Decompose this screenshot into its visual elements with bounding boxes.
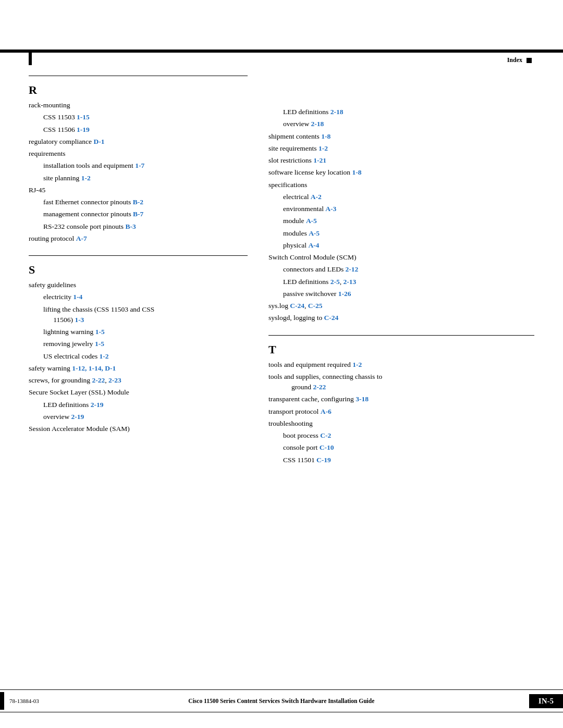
entry-safety-warning: safety warning 1-12, 1-14, D-1 bbox=[29, 364, 116, 372]
entry-scm-led: LED definitions 2-5, 2-13 bbox=[268, 278, 356, 286]
entry-tools-supplies: tools and supplies, connecting chassis t… bbox=[268, 373, 382, 391]
link-regulatory[interactable]: D-1 bbox=[93, 138, 104, 145]
list-item: screws, for grounding 2-22, 2-23 bbox=[29, 375, 248, 386]
link-spec-module[interactable]: A-5 bbox=[306, 217, 317, 225]
entry-spec-modules: modules A-5 bbox=[268, 229, 320, 237]
list-item: regulatory compliance D-1 bbox=[29, 137, 248, 147]
link-install-tools[interactable]: 1-7 bbox=[135, 162, 144, 169]
entry-specifications: specifications bbox=[268, 181, 307, 189]
list-item: Session Accelerator Module (SAM) bbox=[29, 424, 248, 434]
top-left-accent bbox=[29, 50, 32, 65]
entry-transparent-cache: transparent cache, configuring 3-18 bbox=[268, 395, 369, 403]
entry-screws: screws, for grounding 2-22, 2-23 bbox=[29, 376, 121, 384]
list-item: CSS 11506 1-19 bbox=[29, 125, 248, 135]
entry-shipment: shipment contents 1-8 bbox=[268, 132, 331, 140]
link-site-planning[interactable]: 1-2 bbox=[81, 174, 91, 182]
s-divider bbox=[29, 255, 248, 256]
list-item: management connector pinouts B-7 bbox=[29, 209, 248, 219]
link-spec-physical[interactable]: A-4 bbox=[308, 241, 319, 249]
link-shipment[interactable]: 1-8 bbox=[321, 132, 331, 140]
link-scm-led2[interactable]: 2-13 bbox=[344, 278, 357, 286]
link-routing-protocol[interactable]: A-7 bbox=[76, 235, 87, 242]
list-item: routing protocol A-7 bbox=[29, 233, 248, 244]
link-syslog[interactable]: C-24 bbox=[290, 302, 304, 310]
entry-syslog: sys.log C-24, C-25 bbox=[268, 302, 323, 310]
link-sam-overview[interactable]: 2-18 bbox=[311, 120, 324, 128]
link-slot-restrict[interactable]: 1-21 bbox=[313, 156, 326, 164]
link-lifting[interactable]: 1-3 bbox=[75, 316, 84, 324]
link-css11506[interactable]: 1-19 bbox=[77, 126, 90, 133]
entry-jewelry: removing jewelry 1-5 bbox=[29, 340, 104, 348]
link-transport-protocol[interactable]: A-6 bbox=[321, 408, 332, 415]
entry-rj45: RJ-45 bbox=[29, 186, 45, 194]
entry-safety-guidelines: safety guidelines bbox=[29, 281, 76, 289]
list-item: LED definitions 2-5, 2-13 bbox=[268, 277, 534, 287]
link-sam-led[interactable]: 2-18 bbox=[331, 108, 344, 116]
entry-sam: Session Accelerator Module (SAM) bbox=[29, 425, 130, 433]
link-fast-eth[interactable]: B-2 bbox=[133, 198, 143, 206]
right-column: LED definitions 2-18 overview 2-18 shipm… bbox=[268, 76, 534, 686]
link-safety-warning[interactable]: 1-12, 1-14, D-1 bbox=[72, 364, 116, 372]
list-item: safety warning 1-12, 1-14, D-1 bbox=[29, 363, 248, 374]
list-item: CSS 11503 1-15 bbox=[29, 112, 248, 122]
list-item: electricity 1-4 bbox=[29, 292, 248, 302]
entry-spec-module: module A-5 bbox=[268, 217, 317, 225]
list-item: overview 2-19 bbox=[29, 412, 248, 422]
link-ssl-overview[interactable]: 2-19 bbox=[71, 413, 84, 421]
link-scm-passive[interactable]: 1-26 bbox=[338, 290, 351, 298]
list-item: installation tools and equipment 1-7 bbox=[29, 161, 248, 171]
list-item: tools and equipment required 1-2 bbox=[268, 360, 534, 370]
link-rs232[interactable]: B-3 bbox=[126, 223, 136, 230]
link-boot-process[interactable]: C-2 bbox=[320, 431, 331, 439]
link-electricity[interactable]: 1-4 bbox=[73, 293, 82, 301]
link-lightning[interactable]: 1-5 bbox=[95, 328, 105, 336]
link-console-port[interactable]: C-10 bbox=[320, 443, 334, 451]
footer-bar: 78-13884-03 Cisco 11500 Series Content S… bbox=[0, 689, 563, 712]
entry-scm-passive: passive switchover 1-26 bbox=[268, 290, 351, 298]
section-t-letter: T bbox=[268, 343, 534, 356]
section-s-letter: S bbox=[29, 263, 248, 277]
link-jewelry[interactable]: 1-5 bbox=[95, 340, 104, 348]
link-css11503[interactable]: 1-15 bbox=[77, 113, 90, 121]
header-label: Index bbox=[507, 56, 522, 64]
section-r-letter: R bbox=[29, 83, 248, 97]
link-transparent-cache[interactable]: 3-18 bbox=[356, 395, 369, 403]
link-spec-modules[interactable]: A-5 bbox=[309, 229, 320, 237]
link-us-electrical[interactable]: 1-2 bbox=[100, 352, 109, 360]
link-scm-connectors[interactable]: 2-12 bbox=[346, 265, 359, 273]
link-css11501[interactable]: C-19 bbox=[316, 456, 331, 464]
page-header: Index bbox=[507, 56, 532, 64]
entry-ssl: Secure Socket Layer (SSL) Module bbox=[29, 388, 129, 396]
list-item: US electrical codes 1-2 bbox=[29, 351, 248, 362]
link-screws[interactable]: 2-22 bbox=[92, 376, 105, 384]
section-s: S safety guidelines electricity 1-4 lift… bbox=[29, 255, 248, 434]
entry-transport-protocol: transport protocol A-6 bbox=[268, 408, 332, 415]
entry-install-tools: installation tools and equipment 1-7 bbox=[29, 162, 144, 169]
link-scm-led[interactable]: 2-5 bbox=[331, 278, 340, 286]
link-software-license[interactable]: 1-8 bbox=[352, 168, 361, 176]
link-tools-eq[interactable]: 1-2 bbox=[352, 361, 362, 368]
header-square-icon bbox=[527, 58, 532, 63]
list-item: electrical A-2 bbox=[268, 192, 534, 202]
entry-spec-environmental: environmental A-3 bbox=[268, 205, 336, 213]
list-item: removing jewelry 1-5 bbox=[29, 339, 248, 349]
link-spec-environmental[interactable]: A-3 bbox=[325, 205, 336, 213]
page-container: Index R rack-mounting CSS 11503 1-15 CSS… bbox=[0, 0, 563, 728]
link-syslogd[interactable]: C-24 bbox=[324, 314, 339, 322]
link-screws2[interactable]: 2-23 bbox=[108, 376, 121, 384]
list-item: site planning 1-2 bbox=[29, 173, 248, 183]
link-ssl-led[interactable]: 2-19 bbox=[91, 401, 104, 409]
list-item: specifications bbox=[268, 180, 534, 190]
entry-sam-led: LED definitions 2-18 bbox=[268, 108, 344, 116]
link-tools-supplies[interactable]: 2-22 bbox=[313, 383, 326, 391]
link-site-req[interactable]: 1-2 bbox=[319, 144, 328, 152]
link-syslog2[interactable]: C-25 bbox=[308, 302, 323, 310]
entry-ssl-led: LED definitions 2-19 bbox=[29, 401, 104, 409]
list-item: lightning warning 1-5 bbox=[29, 327, 248, 337]
entry-scm: Switch Control Module (SCM) bbox=[268, 253, 356, 261]
entry-ssl-overview: overview 2-19 bbox=[29, 413, 84, 421]
entry-syslogd: syslogd, logging to C-24 bbox=[268, 314, 338, 322]
entry-regulatory: regulatory compliance D-1 bbox=[29, 138, 104, 145]
link-mgmt-conn[interactable]: B-7 bbox=[133, 210, 143, 218]
link-spec-electrical[interactable]: A-2 bbox=[311, 193, 322, 201]
